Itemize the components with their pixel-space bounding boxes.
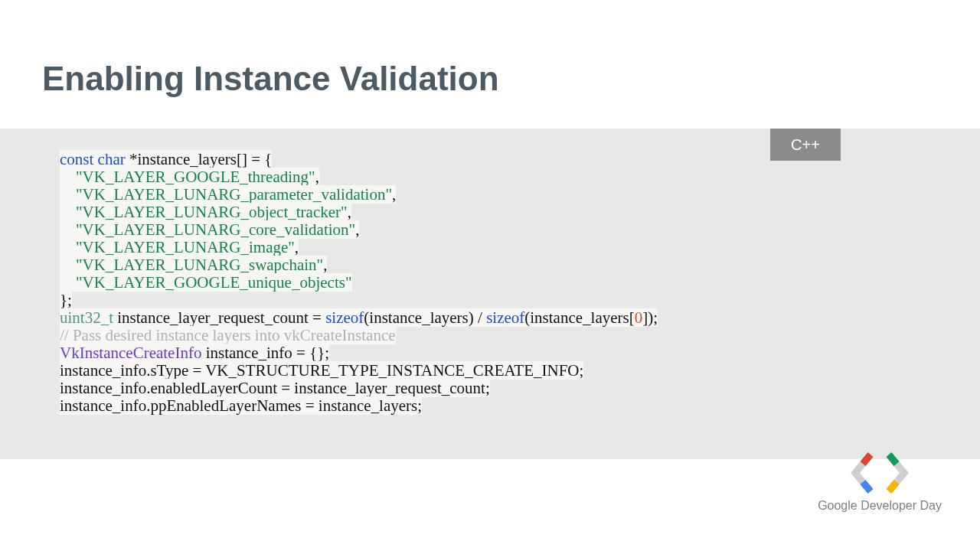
language-tab: C++ xyxy=(770,129,841,161)
developer-day-mark xyxy=(847,452,913,494)
chevron-left-icon xyxy=(850,452,876,494)
footer-text: Google Developer Day xyxy=(818,499,942,513)
code-block: C++ const char *instance_layers[] = { "V… xyxy=(0,129,980,459)
footer-logo: Google Developer Day xyxy=(818,452,942,513)
code-content: const char *instance_layers[] = { "VK_LA… xyxy=(60,133,658,415)
slide-title: Enabling Instance Validation xyxy=(42,60,499,98)
chevron-right-icon xyxy=(884,452,910,494)
